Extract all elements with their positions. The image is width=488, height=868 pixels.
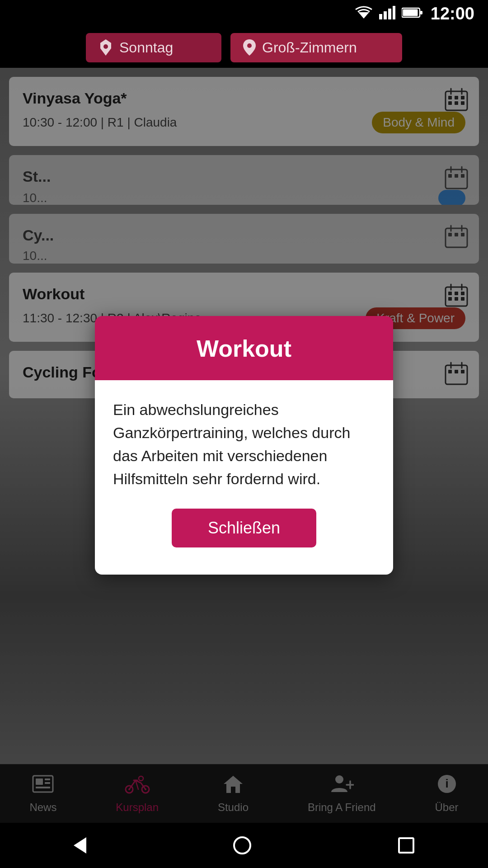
modal-description: Ein abwechslungreiches Ganzkörpertrainin… [113, 398, 375, 491]
svg-marker-0 [358, 12, 369, 19]
status-bar: 12:00 [0, 0, 488, 27]
svg-rect-7 [420, 11, 422, 14]
svg-rect-1 [379, 14, 382, 19]
status-icons [355, 6, 422, 21]
modal-header: Workout [95, 316, 393, 380]
modal-body: Ein abwechslungreiches Ganzkörpertrainin… [95, 380, 393, 575]
location-filter-label: Groß-Zimmern [262, 39, 357, 56]
signal-icon [379, 6, 395, 21]
svg-point-9 [247, 43, 252, 48]
modal-close-button[interactable]: Schließen [172, 509, 316, 547]
wifi-icon [355, 6, 373, 21]
android-nav-bar [0, 823, 488, 868]
main-content: Vinyasa Yoga* 10:30 - 12:00 | R1 | Claud… [0, 68, 488, 823]
location-filter-button[interactable]: Groß-Zimmern [230, 33, 402, 62]
status-time: 12:00 [431, 4, 474, 24]
workout-modal: Workout Ein abwechslungreiches Ganzkörpe… [95, 316, 393, 575]
android-home-button[interactable] [233, 836, 251, 854]
svg-rect-4 [393, 6, 395, 19]
svg-rect-3 [388, 9, 391, 19]
svg-point-8 [103, 44, 108, 49]
battery-icon [402, 7, 422, 20]
android-back-button[interactable] [74, 837, 86, 854]
day-filter-label: Sonntag [119, 39, 173, 56]
modal-title: Workout [108, 335, 380, 362]
android-recent-button[interactable] [398, 837, 414, 854]
svg-rect-2 [384, 11, 387, 19]
day-filter-button[interactable]: Sonntag [86, 33, 221, 62]
app-wrapper: 12:00 Sonntag Groß-Zimmern [0, 0, 488, 868]
svg-rect-6 [403, 9, 418, 16]
filter-bar: Sonntag Groß-Zimmern [0, 27, 488, 68]
